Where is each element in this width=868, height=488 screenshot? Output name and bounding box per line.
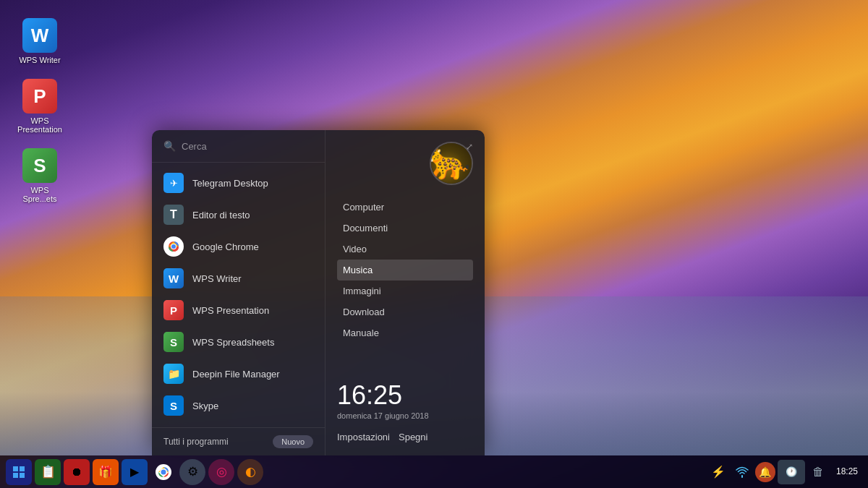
wps-presentation-label: WPS Presentation: [14, 116, 65, 134]
wpspres-icon: P: [163, 300, 184, 320]
wpsspread-icon: S: [163, 332, 184, 352]
settings-icon: ⚙: [187, 464, 198, 479]
chrome-taskbar-icon: [156, 464, 171, 480]
svg-rect-5: [20, 466, 25, 471]
taskbar-camera[interactable]: ⏺: [64, 459, 90, 485]
appstore-icon: 🎁: [98, 465, 113, 479]
camera-icon: ⏺: [71, 466, 82, 479]
taskbar-deepin[interactable]: ◎: [208, 459, 234, 485]
all-programs-link[interactable]: Tutti i programmi: [163, 437, 229, 447]
app-item-wpswriter[interactable]: W WPS Writer: [152, 262, 325, 294]
svg-rect-7: [20, 473, 25, 478]
wps-spreadsheets-icon: S: [22, 148, 57, 183]
deepin-icon: ◎: [216, 464, 227, 479]
app-item-deepinfile[interactable]: 📁 Deepin File Manager: [152, 358, 325, 390]
tray-notify[interactable]: 🔔: [755, 462, 775, 482]
app-item-deepinstore[interactable]: 🛍 Deepin Store: [152, 421, 325, 427]
skype-icon: S: [163, 395, 184, 416]
telegram-icon: ✈: [163, 173, 184, 193]
clock-date: domenica 17 giugno 2018: [337, 411, 473, 420]
telegram-label: Telegram Desktop: [192, 178, 268, 189]
launcher-icon: [12, 465, 26, 479]
app-item-chrome[interactable]: Google Chrome: [152, 231, 325, 262]
start-bottom-bar: Tutti i programmi Nuovo: [152, 427, 325, 455]
app-list: ✈ Telegram Desktop T Editor di testo: [152, 163, 325, 427]
notify-icon: 🔔: [759, 466, 771, 478]
taskbar-clock[interactable]: 18:25: [832, 466, 862, 478]
texteditor-label: Editor di testo: [192, 210, 250, 221]
app-item-texteditor[interactable]: T Editor di testo: [152, 199, 325, 231]
desktop-icon-wps-spreadsheets[interactable]: S WPS Spre...ets: [11, 145, 69, 207]
app-item-skype[interactable]: S Skype: [152, 390, 325, 421]
search-bar[interactable]: 🔍: [152, 130, 325, 163]
app-item-wpsspread[interactable]: S WPS Spreadsheets: [152, 326, 325, 358]
svg-point-3: [171, 244, 176, 249]
clock-time: 16:25: [337, 382, 473, 408]
wps-presentation-icon: P: [22, 79, 57, 114]
system-tray: ⚡ 🔔 🕐 🗑: [707, 460, 829, 484]
desktop-icon-wps-presentation[interactable]: P WPS Presentation: [11, 75, 69, 137]
user-section: ⤢: [337, 142, 473, 185]
orange-app-icon: ◐: [245, 464, 256, 479]
taskbar-chrome[interactable]: [150, 459, 176, 485]
svg-rect-4: [13, 466, 18, 471]
chrome-label: Google Chrome: [192, 241, 259, 252]
deepinfile-icon: 📁: [163, 364, 184, 384]
taskbar-appstore[interactable]: 🎁: [93, 459, 119, 485]
wifi-icon: [736, 466, 749, 479]
quicklink-manuale[interactable]: Manuale: [337, 322, 473, 343]
desktop-icons: W WPS Writer P WPS Presentation S WPS Sp…: [11, 14, 69, 207]
taskbar-mediaplayer[interactable]: ▶: [122, 459, 148, 485]
quicklink-documenti[interactable]: Documenti: [337, 218, 473, 239]
taskbar-time: 18:25: [836, 466, 858, 478]
wpspres-label: WPS Presentation: [192, 305, 269, 316]
impostazioni-button[interactable]: Impostazioni: [337, 430, 390, 444]
app-item-telegram[interactable]: ✈ Telegram Desktop: [152, 167, 325, 199]
wpswriter-icon: W: [163, 268, 184, 288]
quicklink-video[interactable]: Video: [337, 239, 473, 260]
tray-clock-icon: 🕐: [786, 466, 797, 477]
start-menu: 🔍 ✈ Telegram Desktop T Editor di testo: [152, 130, 485, 455]
tray-bolt[interactable]: ⚡: [707, 461, 729, 483]
tray-wifi[interactable]: [731, 461, 753, 483]
taskbar-launcher[interactable]: [6, 459, 32, 485]
taskbar: 📋 ⏺ 🎁 ▶ ⚙ ◎ ◐ ⚡: [0, 455, 868, 488]
avatar-image: [431, 143, 472, 184]
tray-clock-app[interactable]: 🕐: [778, 460, 805, 484]
taskbar-orange-app[interactable]: ◐: [237, 459, 263, 485]
svg-point-10: [161, 469, 166, 474]
app-item-wpspres[interactable]: P WPS Presentation: [152, 294, 325, 326]
files-icon: 📋: [41, 464, 56, 479]
desktop-icon-wps-writer[interactable]: W WPS Writer: [11, 14, 69, 68]
svg-rect-6: [13, 473, 18, 478]
taskbar-settings[interactable]: ⚙: [179, 459, 205, 485]
quicklink-computer[interactable]: Computer: [337, 197, 473, 218]
quick-links: Computer Documenti Video Musica Immagini…: [337, 197, 473, 382]
start-menu-right-panel: ⤢ Computer Documenti Video Musica Immagi…: [326, 130, 485, 455]
wpswriter-label: WPS Writer: [192, 273, 242, 284]
chrome-icon: [163, 236, 184, 257]
mediaplayer-icon: ▶: [130, 465, 139, 479]
quicklink-immagini[interactable]: Immagini: [337, 281, 473, 301]
wpsspread-label: WPS Spreadsheets: [192, 337, 274, 348]
taskbar-files[interactable]: 📋: [35, 459, 61, 485]
search-icon: 🔍: [163, 140, 176, 152]
quicklink-musica[interactable]: Musica: [337, 260, 473, 281]
skype-label: Skype: [192, 401, 218, 411]
wps-spreadsheets-label: WPS Spre...ets: [14, 186, 65, 203]
spegni-button[interactable]: Spegni: [399, 430, 427, 444]
wps-writer-icon: W: [22, 18, 57, 53]
wps-writer-label: WPS Writer: [19, 56, 60, 64]
clock-section: 16:25 domenica 17 giugno 2018 Impostazio…: [337, 382, 473, 444]
search-input[interactable]: [182, 141, 313, 152]
quicklink-download[interactable]: Download: [337, 301, 473, 322]
action-buttons: Impostazioni Spegni: [337, 430, 473, 444]
new-badge[interactable]: Nuovo: [273, 435, 313, 448]
tray-trash[interactable]: 🗑: [807, 461, 829, 483]
start-menu-left-panel: 🔍 ✈ Telegram Desktop T Editor di testo: [152, 130, 326, 455]
deepinfile-label: Deepin File Manager: [192, 369, 280, 380]
user-avatar[interactable]: [430, 142, 473, 185]
texteditor-icon: T: [163, 205, 184, 225]
